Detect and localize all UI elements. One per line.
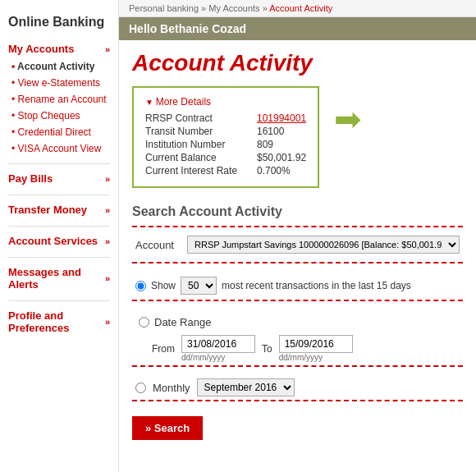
label-institution-number: Institution Number [145, 139, 244, 150]
sidebar-section-pay-bills: Pay Bills » [0, 169, 118, 188]
sidebar-divider-1 [8, 163, 110, 164]
page-title: Account Activity [132, 50, 463, 76]
value-interest-rate: 0.700% [257, 165, 291, 176]
label-interest-rate: Current Interest Rate [145, 165, 244, 176]
search-divider-top [132, 226, 463, 227]
to-date-wrapper: dd/mm/yyyy [279, 335, 353, 362]
hello-text: Hello Bethanie Cozad [129, 22, 246, 35]
sidebar-item-view-estatements[interactable]: View e-Statements [0, 75, 118, 91]
search-divider-5 [132, 400, 463, 401]
sidebar-section-header-transfer-money[interactable]: Transfer Money » [0, 200, 118, 219]
monthly-section: Monthly September 2016 [132, 375, 463, 400]
value-transit-number: 16100 [257, 126, 284, 137]
content-area: Account Activity More Details RRSP Contr… [119, 40, 476, 472]
sidebar-section-messages-alerts: Messages and Alerts » [0, 263, 118, 294]
sidebar-divider-2 [8, 195, 110, 195]
monthly-radio[interactable] [135, 383, 146, 393]
chevron-icon-account-services: » [105, 236, 110, 246]
hello-bar: Hello Bethanie Cozad [119, 17, 476, 40]
show-count-select[interactable]: 50 [181, 277, 217, 295]
monthly-select[interactable]: September 2016 [197, 378, 295, 396]
account-row-transit: Transit Number 16100 [145, 126, 306, 137]
account-row-interest: Current Interest Rate 0.700% [145, 165, 306, 176]
sidebar-divider-5 [8, 300, 110, 301]
sidebar-item-rename-account[interactable]: Rename an Account [0, 91, 118, 108]
date-range-radio[interactable] [139, 317, 149, 328]
from-date-hint: dd/mm/yyyy [181, 353, 255, 362]
chevron-icon-profile-preferences: » [105, 317, 110, 327]
value-institution-number: 809 [257, 139, 273, 150]
account-details-wrapper: More Details RRSP Contract 101994001 Tra… [132, 86, 463, 191]
date-range-section: Date Range From dd/mm/yyyy To dd/mm/yyyy [132, 309, 463, 365]
account-details-box: More Details RRSP Contract 101994001 Tra… [132, 86, 319, 188]
search-section: Search Account Activity Account RRSP Jum… [132, 204, 463, 440]
search-divider-3 [132, 300, 463, 301]
sidebar-section-label-profile-preferences: Profile and Preferences [8, 309, 105, 334]
value-rrsp-contract[interactable]: 101994001 [257, 112, 306, 124]
search-button[interactable]: Search [132, 416, 203, 440]
sidebar-section-label-my-accounts: My Accounts [8, 43, 74, 55]
main-content: Personal banking » My Accounts » Account… [119, 0, 476, 472]
more-details-link[interactable]: More Details [145, 96, 306, 108]
date-range-radio-row: Date Range [135, 313, 460, 332]
breadcrumb-separator-2: » [263, 3, 270, 13]
account-info-table: RRSP Contract 101994001 Transit Number 1… [145, 112, 306, 176]
date-range-label: Date Range [154, 316, 211, 328]
sidebar-section-header-pay-bills[interactable]: Pay Bills » [0, 169, 118, 188]
sidebar-section-header-messages-alerts[interactable]: Messages and Alerts » [0, 263, 118, 294]
account-row-balance: Current Balance $50,001.92 [145, 152, 306, 163]
value-current-balance: $50,001.92 [257, 152, 306, 163]
green-arrow-icon: ➡ [334, 103, 362, 135]
sidebar-section-label-transfer-money: Transfer Money [8, 204, 87, 216]
label-current-balance: Current Balance [145, 152, 244, 163]
show-radio[interactable] [135, 281, 146, 291]
account-select[interactable]: RRSP Jumpstart Savings 100000026096 [Bal… [187, 236, 460, 254]
label-rrsp-contract: RRSP Contract [145, 112, 244, 124]
sidebar-title: Online Banking [0, 8, 118, 39]
monthly-label: Monthly [153, 382, 190, 394]
from-date-input[interactable] [181, 335, 255, 353]
sidebar-section-my-accounts: My Accounts » Account Activity View e-St… [0, 39, 118, 157]
sidebar-section-label-pay-bills: Pay Bills [8, 172, 53, 185]
sidebar-section-header-my-accounts[interactable]: My Accounts » [0, 39, 118, 58]
breadcrumb-part-2: My Accounts [208, 3, 259, 13]
sidebar-section-profile-preferences: Profile and Preferences » [0, 306, 118, 337]
show-suffix: most recent transactions in the last 15 … [222, 280, 411, 291]
account-label: Account [135, 239, 181, 251]
chevron-icon-my-accounts: » [105, 44, 110, 54]
sidebar-divider-4 [8, 257, 110, 258]
account-row-rrsp: RRSP Contract 101994001 [145, 112, 306, 124]
to-date-hint: dd/mm/yyyy [279, 353, 353, 362]
to-date-input[interactable] [279, 335, 353, 353]
from-label: From [152, 343, 175, 355]
breadcrumb-current: Account Activity [269, 3, 332, 13]
breadcrumb: Personal banking » My Accounts » Account… [119, 0, 476, 17]
label-transit-number: Transit Number [145, 126, 244, 137]
search-divider-4 [132, 365, 463, 367]
breadcrumb-part-1: Personal banking [129, 3, 199, 13]
breadcrumb-separator-1: » [201, 3, 208, 13]
date-range-row: From dd/mm/yyyy To dd/mm/yyyy [135, 335, 460, 362]
account-form-row: Account RRSP Jumpstart Savings 100000026… [132, 236, 463, 254]
chevron-icon-pay-bills: » [105, 174, 110, 184]
sidebar-section-account-services: Account Services » [0, 231, 118, 250]
sidebar-item-stop-cheques[interactable]: Stop Cheques [0, 108, 118, 124]
show-row: Show 50 most recent transactions in the … [132, 272, 463, 300]
sidebar-item-visa-account-view[interactable]: VISA Account View [0, 140, 118, 157]
chevron-icon-transfer-money: » [105, 205, 110, 215]
to-label: To [262, 343, 272, 355]
sidebar-section-label-account-services: Account Services [8, 235, 98, 247]
account-row-institution: Institution Number 809 [145, 139, 306, 150]
show-label: Show [151, 280, 176, 291]
sidebar-section-header-profile-preferences[interactable]: Profile and Preferences » [0, 306, 118, 337]
sidebar-item-credential-direct[interactable]: Credential Direct [0, 124, 118, 140]
sidebar-divider-3 [8, 226, 110, 227]
sidebar-section-label-messages-alerts: Messages and Alerts [8, 266, 105, 291]
search-divider-2 [132, 262, 463, 263]
sidebar-item-account-activity[interactable]: Account Activity [0, 58, 118, 75]
sidebar: Online Banking My Accounts » Account Act… [0, 0, 119, 472]
chevron-icon-messages-alerts: » [105, 273, 110, 283]
sidebar-section-transfer-money: Transfer Money » [0, 200, 118, 219]
sidebar-section-header-account-services[interactable]: Account Services » [0, 231, 118, 250]
from-date-wrapper: dd/mm/yyyy [181, 335, 255, 362]
